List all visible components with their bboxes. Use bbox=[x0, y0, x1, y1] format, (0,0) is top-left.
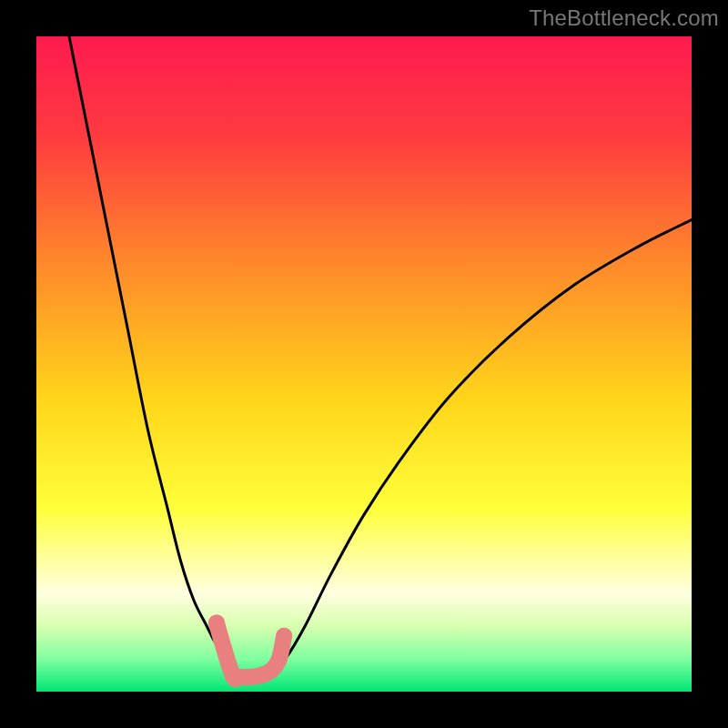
plot-area bbox=[36, 36, 692, 692]
chart-container: TheBottleneck.com bbox=[0, 0, 728, 728]
marker-point bbox=[276, 628, 292, 644]
watermark-text: TheBottleneck.com bbox=[529, 5, 719, 31]
chart-svg bbox=[36, 36, 692, 692]
marker-point bbox=[208, 614, 225, 631]
marker-point bbox=[213, 631, 229, 647]
marker-point bbox=[270, 652, 287, 668]
